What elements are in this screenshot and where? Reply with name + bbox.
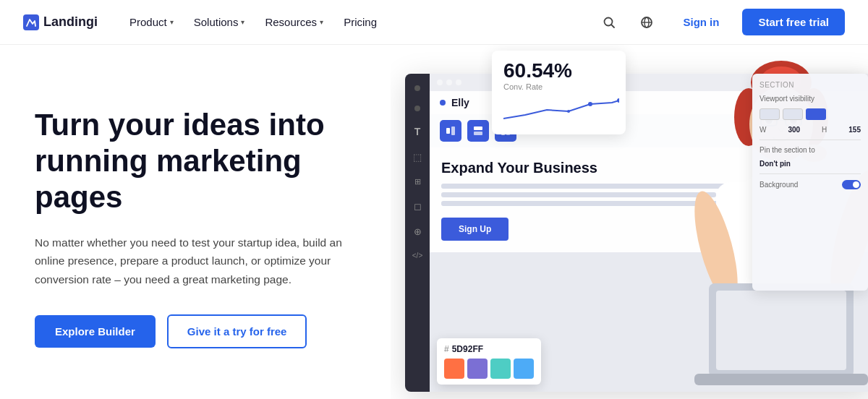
svg-rect-11: [474, 126, 482, 130]
navbar: Landingi Product ▾ Solutions ▾ Resources…: [0, 0, 868, 45]
rp-row-background: Background: [760, 180, 861, 189]
rp-row-size: W 300 H 155: [760, 126, 861, 134]
move-tool-icon[interactable]: ⊕: [414, 226, 422, 237]
elly-dot: [440, 100, 446, 106]
svg-rect-9: [446, 128, 450, 134]
signup-button[interactable]: Sign Up: [441, 218, 509, 241]
color-picker[interactable]: # 5D92FF: [437, 338, 541, 385]
color-swatch-blue[interactable]: [514, 359, 534, 379]
hero-title: Turn your ideas into running marketing p…: [35, 107, 356, 216]
rp-dont-pin: Don't pin: [760, 160, 791, 168]
logo-icon: [23, 14, 39, 30]
color-swatch-teal[interactable]: [490, 359, 511, 379]
nav-right: Sign in Start free trial: [596, 9, 845, 35]
edit-icon-2[interactable]: [467, 120, 489, 142]
logo[interactable]: Landingi: [23, 14, 98, 30]
nav-item-pricing[interactable]: Pricing: [335, 10, 386, 34]
image-tool-icon[interactable]: ⬚: [413, 152, 422, 163]
window-dot-2: [446, 80, 452, 85]
explore-builder-button[interactable]: Explore Builder: [35, 315, 156, 348]
rp-section-label: Section: [760, 81, 861, 89]
logo-text: Landingi: [43, 14, 98, 30]
hero-buttons: Explore Builder Give it a try for free: [35, 314, 356, 348]
conversion-rate-card: 60.54% Conv. Rate: [492, 51, 626, 134]
color-hash: #: [444, 344, 449, 354]
start-trial-button[interactable]: Start free trial: [742, 9, 845, 35]
search-button[interactable]: [596, 9, 622, 35]
nav-item-product[interactable]: Product ▾: [121, 10, 182, 34]
svg-rect-12: [474, 132, 482, 135]
color-swatch-purple[interactable]: [467, 359, 488, 379]
language-button[interactable]: [634, 9, 660, 35]
rp-w-label: W: [760, 126, 766, 134]
layout-tool-icon[interactable]: ⊞: [414, 177, 421, 186]
hero-description: No matter whether you need to test your …: [35, 233, 356, 289]
rp-viewport-label: Viewport visibility: [760, 95, 814, 103]
color-picker-inner: # 5D92FF: [444, 344, 534, 379]
hero-section: Turn your ideas into running marketing p…: [0, 45, 391, 399]
color-value: 5D92FF: [452, 344, 483, 354]
right-panel: Section Viewport visibility W 300 H 155 …: [752, 74, 868, 291]
chevron-down-icon: ▾: [241, 18, 244, 26]
svg-rect-10: [451, 126, 455, 135]
svg-rect-40: [694, 374, 868, 385]
conversion-rate-label: Conv. Rate: [503, 82, 614, 91]
edit-icon-svg: [446, 126, 456, 136]
window-dot-1: [437, 80, 443, 85]
shape-tool-icon[interactable]: ◻: [414, 201, 422, 212]
edit-icon-1[interactable]: [440, 120, 461, 142]
conversion-chart: [503, 97, 619, 123]
svg-point-6: [617, 98, 619, 103]
rp-pin-label: Pin the section to: [760, 146, 815, 154]
nav-links: Product ▾ Solutions ▾ Resources ▾ Pricin…: [121, 10, 596, 34]
conversion-rate-value: 60.54%: [503, 59, 614, 82]
rp-row-viewport: Viewport visibility: [760, 95, 861, 103]
try-free-button[interactable]: Give it a try for free: [167, 314, 307, 348]
text-tool-icon[interactable]: T: [414, 126, 421, 137]
editor-toolbar: T ⬚ ⊞ ◻ ⊕ </>: [405, 74, 430, 392]
window-dot-3: [456, 80, 461, 85]
nav-item-resources[interactable]: Resources ▾: [256, 10, 332, 34]
rp-divider: [760, 140, 861, 140]
elly-label: Elly: [451, 97, 469, 108]
svg-line-2: [611, 25, 614, 27]
signin-button[interactable]: Sign in: [671, 10, 731, 34]
svg-point-8: [567, 110, 570, 113]
main-content: Turn your ideas into running marketing p…: [0, 45, 868, 399]
rp-bg-label: Background: [760, 181, 798, 189]
globe-icon: [640, 16, 653, 29]
svg-point-7: [588, 102, 592, 106]
search-icon: [603, 16, 616, 29]
rp-divider-2: [760, 173, 861, 174]
rp-h-label: H: [822, 126, 827, 134]
chevron-down-icon: ▾: [320, 18, 323, 26]
rp-row-dont-pin: Don't pin: [760, 160, 861, 168]
rp-bg-toggle[interactable]: [842, 180, 861, 189]
code-tool-icon[interactable]: </>: [412, 252, 422, 259]
svg-rect-39: [716, 291, 846, 370]
hero-illustration: 60.54% Conv. Rate T ⬚ ⊞ ◻ ⊕ </>: [391, 45, 868, 399]
color-swatch-orange[interactable]: [444, 359, 464, 379]
edit-icon-svg2: [473, 126, 483, 136]
nav-item-solutions[interactable]: Solutions ▾: [185, 10, 254, 34]
rp-row-pin: Pin the section to: [760, 146, 861, 154]
color-swatches: [444, 359, 534, 379]
chevron-down-icon: ▾: [170, 18, 174, 26]
